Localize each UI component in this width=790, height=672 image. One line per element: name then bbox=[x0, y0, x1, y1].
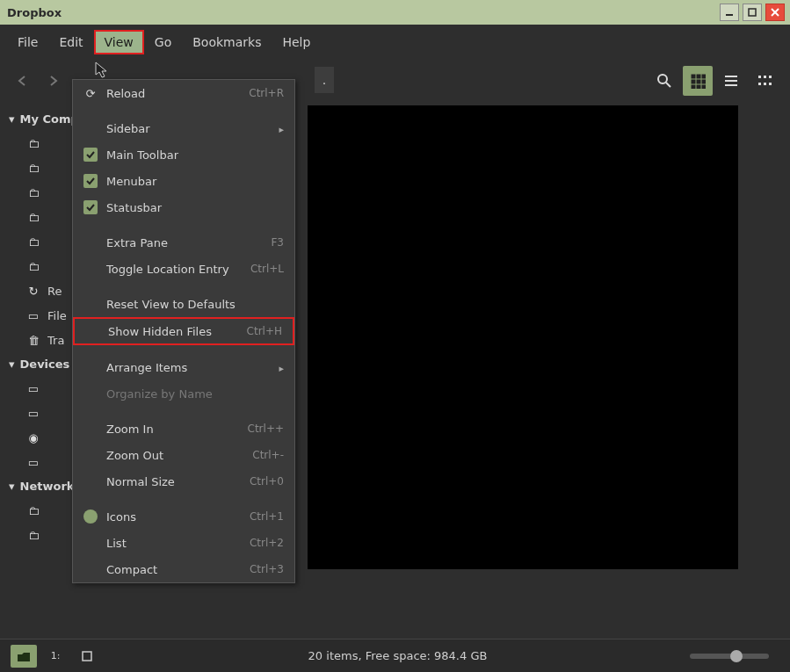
menu-menubar[interactable]: Menubar bbox=[73, 168, 294, 194]
svg-rect-13 bbox=[697, 85, 700, 89]
folder-icon: 🗀 bbox=[25, 235, 42, 249]
checkbox-checked-icon bbox=[83, 148, 98, 162]
submenu-arrow-icon bbox=[272, 361, 284, 374]
svg-rect-23 bbox=[769, 83, 772, 85]
menu-icons-view[interactable]: Icons Ctrl+1 bbox=[73, 503, 294, 530]
menubar: File Edit View Go Bookmarks Help bbox=[0, 25, 790, 60]
menu-reset-view[interactable]: Reset View to Defaults bbox=[73, 291, 294, 317]
svg-line-5 bbox=[666, 83, 670, 87]
sidebar-section-label: Devices bbox=[20, 358, 70, 371]
forward-button[interactable] bbox=[40, 69, 65, 93]
minimize-button[interactable] bbox=[720, 4, 739, 21]
close-button[interactable] bbox=[765, 4, 785, 21]
svg-rect-6 bbox=[692, 75, 695, 78]
mouse-cursor-icon bbox=[95, 61, 111, 81]
svg-rect-20 bbox=[769, 76, 772, 78]
window-title: Dropbox bbox=[5, 6, 716, 19]
svg-rect-14 bbox=[702, 85, 706, 89]
menu-edit[interactable]: Edit bbox=[48, 30, 93, 54]
submenu-arrow-icon bbox=[272, 122, 284, 135]
sidebar-section-label: Network bbox=[20, 480, 75, 493]
menu-extra-pane[interactable]: Extra Pane F3 bbox=[73, 229, 294, 256]
svg-rect-22 bbox=[764, 83, 766, 85]
treeview-button[interactable]: 1: bbox=[42, 645, 69, 668]
menu-organize: Organize by Name bbox=[73, 380, 294, 407]
svg-point-4 bbox=[658, 75, 667, 83]
back-button[interactable] bbox=[11, 69, 35, 93]
menu-show-hidden[interactable]: Show Hidden Files Ctrl+H bbox=[73, 317, 294, 345]
menu-bookmarks[interactable]: Bookmarks bbox=[182, 30, 272, 54]
menu-view[interactable]: View bbox=[94, 30, 144, 54]
zoom-slider[interactable] bbox=[690, 654, 769, 659]
status-text: 20 items, Free space: 984.4 GB bbox=[105, 649, 690, 662]
svg-rect-24 bbox=[83, 652, 91, 661]
menu-zoom-out[interactable]: Zoom Out Ctrl+- bbox=[73, 442, 294, 468]
chevron-down-icon: ▾ bbox=[9, 358, 15, 371]
menu-arrange-items[interactable]: Arrange Items bbox=[73, 354, 294, 380]
drive-icon: ▭ bbox=[25, 406, 42, 420]
compact-view-button[interactable] bbox=[750, 66, 779, 96]
svg-rect-7 bbox=[697, 75, 700, 78]
menu-main-toolbar[interactable]: Main Toolbar bbox=[73, 141, 294, 168]
svg-rect-9 bbox=[692, 80, 695, 83]
checkbox-checked-icon bbox=[83, 200, 98, 214]
network-icon: 🗀 bbox=[25, 528, 42, 542]
radio-selected-icon bbox=[83, 509, 98, 524]
zoom-handle[interactable] bbox=[730, 650, 743, 662]
menu-file[interactable]: File bbox=[7, 30, 48, 54]
drive-icon: ▭ bbox=[25, 308, 42, 322]
maximize-button[interactable] bbox=[743, 4, 762, 21]
chevron-down-icon: ▾ bbox=[9, 112, 15, 126]
trash-icon: 🗑 bbox=[25, 333, 42, 347]
menu-help[interactable]: Help bbox=[272, 30, 321, 54]
svg-rect-8 bbox=[702, 75, 706, 78]
drive-icon: ▭ bbox=[25, 381, 42, 395]
network-icon: 🗀 bbox=[25, 503, 42, 517]
checkbox-checked-icon bbox=[83, 174, 98, 188]
titlebar: Dropbox bbox=[0, 0, 790, 25]
statusbar: 1: 20 items, Free space: 984.4 GB bbox=[0, 639, 790, 672]
drive-icon: ▭ bbox=[25, 455, 42, 469]
svg-rect-12 bbox=[692, 85, 695, 89]
menu-statusbar[interactable]: Statusbar bbox=[73, 194, 294, 220]
svg-rect-1 bbox=[749, 9, 756, 16]
folder-icon: 🗀 bbox=[25, 161, 42, 175]
chevron-down-icon: ▾ bbox=[9, 480, 15, 493]
menu-list-view[interactable]: List Ctrl+2 bbox=[73, 530, 294, 556]
menu-reload[interactable]: ⟳ Reload Ctrl+R bbox=[73, 80, 294, 106]
radio-icon bbox=[83, 536, 98, 550]
svg-rect-19 bbox=[764, 76, 766, 78]
icon-view-button[interactable] bbox=[683, 66, 713, 96]
menu-toggle-location[interactable]: Toggle Location Entry Ctrl+L bbox=[73, 256, 294, 282]
menu-normal-size[interactable]: Normal Size Ctrl+0 bbox=[73, 468, 294, 495]
folder-icon: 🗀 bbox=[25, 210, 42, 224]
sync-icon: ↻ bbox=[25, 284, 42, 298]
svg-rect-21 bbox=[758, 83, 761, 85]
menu-sidebar[interactable]: Sidebar bbox=[73, 115, 294, 141]
breadcrumb-segment[interactable]: . bbox=[315, 67, 334, 93]
menu-go[interactable]: Go bbox=[144, 30, 182, 54]
reload-icon: ⟳ bbox=[83, 86, 98, 100]
folder-icon: 🗀 bbox=[25, 185, 42, 199]
menu-compact-view[interactable]: Compact Ctrl+3 bbox=[73, 556, 294, 582]
menu-zoom-in[interactable]: Zoom In Ctrl++ bbox=[73, 415, 294, 442]
show-places-button[interactable] bbox=[11, 645, 37, 668]
svg-rect-18 bbox=[758, 76, 761, 78]
redacted-content bbox=[308, 105, 738, 569]
svg-rect-11 bbox=[702, 80, 706, 83]
radio-icon bbox=[83, 562, 98, 576]
folder-icon: 🗀 bbox=[25, 259, 42, 273]
view-dropdown: ⟳ Reload Ctrl+R Sidebar Main Toolbar Men… bbox=[72, 79, 295, 583]
disc-icon: ◉ bbox=[25, 430, 42, 444]
close-sidebar-button[interactable] bbox=[74, 645, 100, 668]
search-button[interactable] bbox=[649, 66, 679, 96]
folder-icon: 🗀 bbox=[25, 136, 42, 150]
svg-rect-10 bbox=[697, 80, 700, 83]
list-view-button[interactable] bbox=[716, 66, 746, 96]
